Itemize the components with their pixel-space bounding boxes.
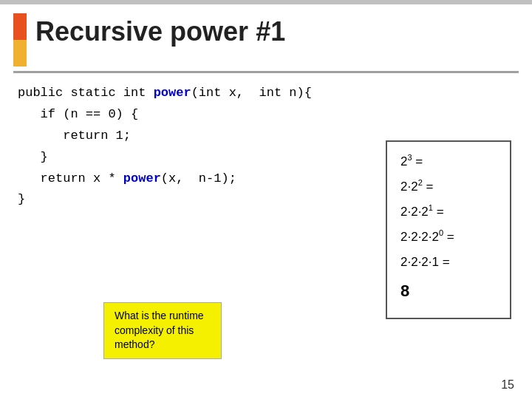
math-line-4: 2·2·2·20 = xyxy=(400,225,497,250)
code-block: public static int power(int x, int n){ i… xyxy=(18,83,312,211)
left-decoration xyxy=(13,13,27,66)
tooltip-box: What is the runtime complexity of this m… xyxy=(103,302,222,359)
keyword-int2: int xyxy=(199,86,222,100)
code-line-1: public static int power(int x, int n){ xyxy=(18,83,312,104)
tooltip-text: What is the runtime complexity of this m… xyxy=(115,310,204,350)
math-line-5: 2·2·2·1 = xyxy=(400,250,497,275)
red-block xyxy=(13,13,27,40)
code-method-power: power xyxy=(154,86,191,100)
keyword-int3: int xyxy=(259,86,282,100)
math-line-2: 2·22 = xyxy=(400,174,497,200)
math-line-3: 2·2·21 = xyxy=(400,200,497,225)
keyword-int1: int xyxy=(123,86,146,100)
math-box: 23 = 2·22 = 2·2·21 = 2·2·2·20 = 2·2·2·1 … xyxy=(386,140,511,319)
divider-line xyxy=(13,71,519,73)
page-number: 15 xyxy=(501,378,514,392)
code-line-6: } xyxy=(18,189,312,211)
math-result: 8 xyxy=(400,275,497,307)
page-title: Recursive power #1 xyxy=(35,16,285,47)
math-line-1: 23 = xyxy=(400,149,497,174)
code-line-5: return x * power(x, n-1); xyxy=(18,168,312,190)
code-recursive-call: power xyxy=(123,171,161,185)
code-line-3: return 1; xyxy=(18,126,312,147)
code-line-4: } xyxy=(18,147,312,168)
yellow-block xyxy=(13,40,27,66)
code-line-2: if (n == 0) { xyxy=(18,104,312,126)
top-accent-bar xyxy=(0,0,532,4)
